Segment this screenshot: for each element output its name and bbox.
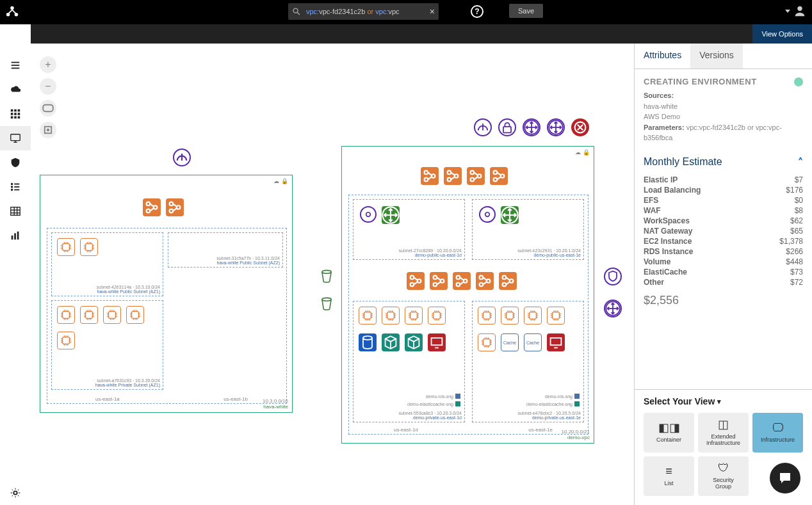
rail-chart[interactable] <box>0 223 31 248</box>
load-balancer-icon[interactable] <box>430 272 448 290</box>
cache-icon[interactable]: Cache <box>501 333 519 351</box>
rail-shield[interactable] <box>0 150 31 175</box>
estimate-header[interactable]: Monthly Estimate ˄ <box>644 156 803 168</box>
load-balancer-icon[interactable] <box>143 198 161 216</box>
asg-icon[interactable] <box>382 206 400 224</box>
rail-table[interactable] <box>0 199 31 223</box>
ec2-instance-icon[interactable] <box>359 307 377 325</box>
help-button[interactable]: ? <box>471 5 483 18</box>
rds-instance-icon[interactable] <box>359 333 377 351</box>
subnet-public-e[interactable]: subnet-b23c2931 · 10.20.1.0/24demo-publi… <box>472 199 584 260</box>
tab-attributes[interactable]: Attributes <box>635 44 690 68</box>
vpc-region-hava-white[interactable]: ☁ 🔒 subnet-4263114a · 10.3.10.0/24hava-w… <box>40 175 293 413</box>
environment-meta: Sources: hava-white AWS Demo Parameters:… <box>644 90 803 143</box>
ec2-instance-icon[interactable] <box>103 306 121 324</box>
shield-icon[interactable] <box>604 268 622 285</box>
svg-line-34 <box>297 12 300 15</box>
ec2-instance-icon[interactable] <box>57 238 75 256</box>
view-card-infrastructure[interactable]: 🖵Infrastructure <box>752 413 803 453</box>
subnet-private-e[interactable]: Cache Cache demo-rds-sng demo-elasticcac… <box>472 301 584 422</box>
zoom-out-button[interactable]: − <box>40 78 56 95</box>
ec2-instance-icon[interactable] <box>501 307 519 325</box>
search-icon <box>292 7 301 16</box>
s3-bucket-icon[interactable] <box>319 296 334 314</box>
select-view-toggle[interactable]: Select Your View ▾ <box>644 396 803 406</box>
move-icon[interactable] <box>604 300 622 317</box>
ec2-instance-icon[interactable] <box>524 307 542 325</box>
view-options-button[interactable]: View Options <box>752 24 812 44</box>
left-rail <box>0 24 31 505</box>
rail-settings[interactable] <box>0 481 31 505</box>
vpc-region-demo[interactable]: ☁ 🔒 subnet-27cc8289 · 10.20.0.0/24demo-p… <box>341 146 594 444</box>
sng-tag: demo-elasticcache-sng <box>526 401 580 406</box>
svg-rect-46 <box>14 116 17 119</box>
view-card-container[interactable]: ◧◨Container <box>644 413 694 453</box>
igw-tool-icon[interactable] <box>474 118 492 136</box>
view-card-list[interactable]: ≡List <box>644 456 694 496</box>
view-card-extended[interactable]: ◫ExtendedInfrastructure <box>698 413 749 453</box>
s3-bucket-icon[interactable] <box>319 269 334 286</box>
ec2-instance-icon[interactable] <box>80 306 98 324</box>
load-balancer-icon[interactable] <box>421 167 439 185</box>
chat-fab[interactable] <box>770 463 800 493</box>
view-card-security[interactable]: 🛡SecurityGroup <box>698 456 749 496</box>
subnet-private-az1[interactable]: subnet-a7631c93 · 10.3.20.0/24hava-white… <box>51 300 163 390</box>
nat-gateway-icon[interactable] <box>360 206 377 223</box>
elasticache-icon[interactable] <box>405 333 423 351</box>
ec2-instance-icon[interactable] <box>547 307 565 325</box>
ec2-instance-icon[interactable] <box>126 306 144 324</box>
load-balancer-icon[interactable] <box>476 272 494 290</box>
load-balancer-icon[interactable] <box>407 272 425 290</box>
nat-gateway-icon[interactable] <box>479 206 496 223</box>
ec2-instance-icon[interactable] <box>57 332 75 349</box>
move-tool-icon[interactable] <box>523 118 540 136</box>
rail-grid[interactable] <box>0 102 31 126</box>
ec2-instance-icon[interactable] <box>478 333 496 351</box>
load-balancer-icon[interactable] <box>467 167 485 185</box>
elasticache-icon[interactable] <box>382 333 400 351</box>
center-button[interactable] <box>40 122 56 138</box>
load-balancer-icon[interactable] <box>499 272 517 290</box>
app-logo[interactable] <box>0 0 24 24</box>
subnet-public-d[interactable]: subnet-27cc8289 · 10.20.0.0/24demo-publi… <box>353 199 465 260</box>
subnet-public-az2[interactable]: subnet-31c5a77b · 10.3.11.0/24hava-white… <box>168 232 283 268</box>
internet-gateway-icon[interactable] <box>173 148 191 166</box>
estimate-row: EC2 Instance$1,378 <box>644 236 803 246</box>
estimate-row: ElastiCache$73 <box>644 267 803 277</box>
cache-icon[interactable]: Cache <box>524 333 542 351</box>
asg-icon[interactable] <box>501 206 519 224</box>
move-tool-2-icon[interactable] <box>547 118 565 136</box>
ec2-instance-icon[interactable] <box>57 306 75 324</box>
rail-menu[interactable] <box>0 53 31 77</box>
ec2-instance-icon[interactable] <box>405 307 423 325</box>
ec2-instance-icon[interactable] <box>80 238 98 256</box>
lock-tool-icon[interactable] <box>498 118 516 136</box>
diagram-canvas[interactable]: + − ☁ 🔒 subnet-4263114a · 1 <box>31 44 634 505</box>
subnet-public-az1[interactable]: subnet-4263114a · 10.3.10.0/24hava-white… <box>51 232 163 296</box>
user-menu[interactable] <box>785 4 807 18</box>
search-box[interactable]: vpc:vpc-fd2341c2b or vpc:vpc × <box>288 3 439 20</box>
rail-list[interactable] <box>0 175 31 199</box>
fit-button[interactable] <box>40 100 56 116</box>
load-balancer-icon[interactable] <box>453 272 471 290</box>
rail-cloud[interactable] <box>0 77 31 102</box>
ec2-instance-icon[interactable] <box>428 307 446 325</box>
rail-monitor[interactable] <box>0 126 31 150</box>
alert-tool-icon[interactable] <box>571 118 589 136</box>
ec2-instance-icon[interactable] <box>478 307 496 325</box>
subnet-private-d[interactable]: demo-rds-sng demo-elasticcache-sng subne… <box>353 301 465 422</box>
load-balancer-icon[interactable] <box>490 167 508 185</box>
workspace-icon[interactable] <box>428 333 446 351</box>
clear-search-icon[interactable]: × <box>430 6 435 17</box>
load-balancer-icon[interactable] <box>444 167 462 185</box>
zoom-in-button[interactable]: + <box>40 56 56 73</box>
tab-versions[interactable]: Versions <box>690 44 743 68</box>
svg-rect-57 <box>11 207 20 216</box>
estimate-row: Other$72 <box>644 277 803 287</box>
subnet-name: demo-public-us-east-1d <box>414 253 462 257</box>
save-button[interactable]: Save <box>509 4 543 18</box>
load-balancer-icon[interactable] <box>166 198 184 216</box>
diagram-toolbar <box>474 118 589 136</box>
ec2-instance-icon[interactable] <box>382 307 400 325</box>
workspace-icon[interactable] <box>547 333 565 351</box>
